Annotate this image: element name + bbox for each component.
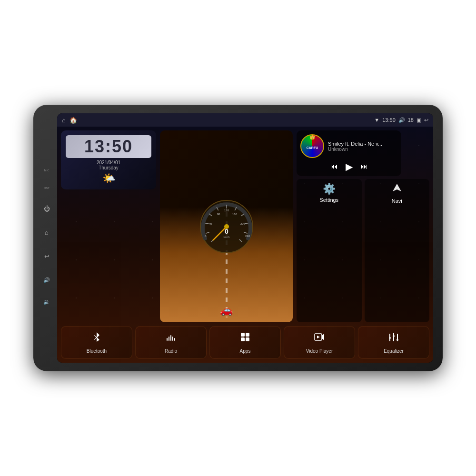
next-button[interactable]: ⏭ xyxy=(360,162,368,171)
side-controls: MIC RST ⏻ ⌂ ↩ 🔊 🔉 xyxy=(40,169,53,307)
svg-rect-28 xyxy=(174,338,175,341)
bluetooth-label: Bluetooth xyxy=(87,348,107,354)
svg-text:km/h: km/h xyxy=(223,236,229,238)
status-bar: ⌂ 🏠 ▼ 13:50 🔊 18 ▣ ↩ xyxy=(57,113,433,127)
clock-date: 2021/04/01 xyxy=(66,160,151,165)
svg-rect-27 xyxy=(172,337,173,341)
svg-text:80: 80 xyxy=(217,213,220,216)
svg-rect-29 xyxy=(241,333,245,337)
battery-level: 18 xyxy=(408,117,414,123)
clock-time: 13:50 xyxy=(70,137,147,156)
power-button[interactable]: ⏻ xyxy=(41,203,52,214)
svg-rect-24 xyxy=(167,338,168,341)
svg-text:0: 0 xyxy=(225,228,228,235)
equalizer-label: Equalizer xyxy=(384,348,404,354)
radio-icon xyxy=(165,331,177,346)
apps-label: Apps xyxy=(240,348,251,354)
svg-rect-25 xyxy=(169,337,169,341)
speedometer-gauge: 0 40 80 120 160 200 240 0 xyxy=(198,198,255,255)
bluetooth-icon xyxy=(91,331,102,346)
svg-text:120: 120 xyxy=(224,209,229,212)
navi-button[interactable]: Navi xyxy=(365,179,430,322)
music-artist: Unknown xyxy=(328,147,397,152)
svg-marker-23 xyxy=(393,184,401,191)
speedometer-widget: 🚗 xyxy=(160,130,293,322)
music-widget: 👑 CARFU Smiley ft. Delia - Ne v... Unkno… xyxy=(297,130,401,176)
main-screen: 13:50 2021/04/01 Thursday 🌤️ 🚗 xyxy=(57,127,433,363)
home-status-icon[interactable]: ⌂ xyxy=(62,117,66,124)
app-icon[interactable]: 🏠 xyxy=(69,117,77,124)
clock-day: Thursday xyxy=(66,165,151,170)
vol-up-button[interactable]: 🔊 xyxy=(41,275,52,285)
radio-label: Radio xyxy=(165,348,177,354)
prev-button[interactable]: ⏮ xyxy=(330,162,338,171)
video-player-button[interactable]: Video Player xyxy=(284,326,355,359)
music-info: Smiley ft. Delia - Ne v... Unknown xyxy=(328,141,397,152)
clock-status: 13:50 xyxy=(382,117,396,123)
svg-text:200: 200 xyxy=(240,222,245,225)
recent-apps-icon[interactable]: ▣ xyxy=(416,117,421,123)
svg-marker-35 xyxy=(317,336,320,338)
settings-label: Settings xyxy=(319,197,338,203)
vol-down-button[interactable]: 🔉 xyxy=(41,297,52,307)
svg-rect-30 xyxy=(246,333,249,337)
svg-rect-32 xyxy=(246,337,249,341)
radio-button[interactable]: Radio xyxy=(135,326,207,359)
equalizer-button[interactable]: Equalizer xyxy=(358,326,429,359)
back-status-icon[interactable]: ↩ xyxy=(424,117,428,123)
car-graphic: 🚗 xyxy=(220,304,233,317)
svg-rect-31 xyxy=(241,337,245,341)
car-head-unit: MIC RST ⏻ ⌂ ↩ 🔊 🔉 ⌂ 🏠 ▼ 13:50 🔊 18 ▣ xyxy=(33,105,443,371)
navi-label: Navi xyxy=(392,198,402,204)
screen: ⌂ 🏠 ▼ 13:50 🔊 18 ▣ ↩ 13:50 xyxy=(57,113,433,363)
settings-button[interactable]: ⚙️ Settings xyxy=(297,179,362,322)
home-side-button[interactable]: ⌂ xyxy=(41,227,52,238)
svg-text:160: 160 xyxy=(232,213,237,216)
bluetooth-button[interactable]: Bluetooth xyxy=(61,326,132,359)
svg-rect-26 xyxy=(170,335,171,341)
navi-icon xyxy=(392,183,402,196)
rst-label: RST xyxy=(44,187,50,190)
back-side-button[interactable]: ↩ xyxy=(41,251,52,261)
music-title: Smiley ft. Delia - Ne v... xyxy=(328,141,397,147)
video-label: Video Player xyxy=(306,348,333,354)
speaker-icon: 🔊 xyxy=(398,117,405,123)
bottom-bar: Bluetooth Radio xyxy=(61,326,429,359)
clock-widget: 13:50 2021/04/01 Thursday 🌤️ xyxy=(61,130,156,189)
music-controls: ⏮ ▶ ⏭ xyxy=(300,161,397,172)
weather-icon: 🌤️ xyxy=(66,172,151,185)
clock-display: 13:50 xyxy=(66,135,151,158)
svg-text:40: 40 xyxy=(208,222,212,225)
svg-text:240: 240 xyxy=(245,235,250,238)
apps-button[interactable]: Apps xyxy=(209,326,281,359)
mic-label: MIC xyxy=(44,169,50,172)
wifi-icon: ▼ xyxy=(374,117,379,123)
music-album-art: 👑 CARFU xyxy=(300,134,324,158)
play-button[interactable]: ▶ xyxy=(346,161,353,172)
settings-icon: ⚙️ xyxy=(323,183,336,195)
equalizer-icon xyxy=(388,331,399,346)
apps-icon xyxy=(239,331,251,346)
video-icon xyxy=(314,331,325,346)
